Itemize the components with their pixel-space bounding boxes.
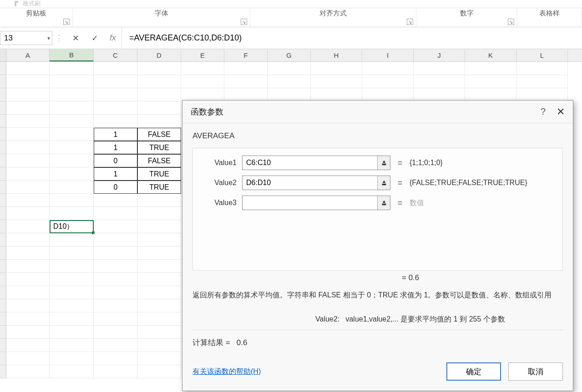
cell[interactable] <box>94 194 137 207</box>
cell[interactable] <box>6 181 50 194</box>
cell[interactable] <box>6 115 50 128</box>
help-button[interactable]: ? <box>541 106 546 117</box>
cell[interactable] <box>224 62 268 75</box>
cell[interactable] <box>137 312 181 326</box>
cell[interactable] <box>137 88 181 101</box>
row-header[interactable] <box>0 154 6 167</box>
dialog-launcher-icon[interactable] <box>508 19 514 25</box>
row-header[interactable] <box>0 365 6 378</box>
cell[interactable] <box>50 339 94 352</box>
cell[interactable] <box>6 75 50 88</box>
cell[interactable] <box>6 88 50 101</box>
cell[interactable] <box>414 75 465 88</box>
cell[interactable] <box>6 246 50 260</box>
cell[interactable] <box>50 62 94 75</box>
cell[interactable] <box>94 352 137 365</box>
row-header[interactable] <box>0 273 6 286</box>
cell[interactable] <box>94 75 137 88</box>
row-header[interactable] <box>0 194 6 207</box>
row-header[interactable] <box>0 167 6 181</box>
cell[interactable] <box>137 101 181 115</box>
cell[interactable] <box>6 233 50 246</box>
cell[interactable]: FALSE <box>137 154 181 167</box>
cell[interactable] <box>50 312 94 326</box>
cell[interactable] <box>50 88 94 101</box>
cell[interactable] <box>50 194 94 207</box>
col-header[interactable]: K <box>465 49 516 61</box>
cell[interactable] <box>137 75 181 88</box>
cell[interactable] <box>50 233 94 246</box>
cell[interactable] <box>362 75 414 88</box>
cell[interactable] <box>6 154 50 167</box>
cell[interactable]: TRUE <box>137 141 181 154</box>
cell[interactable] <box>137 339 181 352</box>
collapse-dialog-button[interactable] <box>377 176 390 190</box>
cell[interactable]: 0 <box>94 181 137 194</box>
cell[interactable] <box>50 352 94 365</box>
cell[interactable] <box>94 286 137 299</box>
cell[interactable] <box>465 88 516 101</box>
cell[interactable] <box>6 339 50 352</box>
cell[interactable] <box>6 194 50 207</box>
cell[interactable] <box>50 273 94 286</box>
cell[interactable] <box>94 62 137 75</box>
dialog-launcher-icon[interactable] <box>407 19 413 25</box>
select-all-corner[interactable] <box>0 49 6 61</box>
cell[interactable] <box>414 62 465 75</box>
dialog-titlebar[interactable]: 函数参数 ? ✕ <box>182 101 573 123</box>
collapse-dialog-button[interactable] <box>377 196 390 210</box>
cell[interactable] <box>137 207 181 220</box>
col-header[interactable]: L <box>516 49 568 61</box>
cell[interactable]: TRUE <box>137 167 181 181</box>
row-header[interactable] <box>0 75 6 88</box>
cell[interactable] <box>50 141 94 154</box>
row-header[interactable] <box>0 326 6 339</box>
cell[interactable] <box>94 365 137 378</box>
cell[interactable] <box>50 75 94 88</box>
cell[interactable] <box>137 220 181 233</box>
formula-input[interactable]: =AVERAGEA(C6:C10,D6:D10) <box>121 27 582 49</box>
cell[interactable] <box>268 75 311 88</box>
cell[interactable] <box>137 246 181 260</box>
cell[interactable] <box>6 273 50 286</box>
cell[interactable] <box>516 88 568 101</box>
cell[interactable] <box>50 260 94 273</box>
row-header[interactable] <box>0 115 6 128</box>
cell[interactable] <box>137 62 181 75</box>
row-header[interactable] <box>0 220 6 233</box>
cell[interactable] <box>50 115 94 128</box>
cancel-button[interactable]: 取消 <box>508 362 563 381</box>
cell[interactable] <box>224 75 268 88</box>
cell[interactable] <box>50 128 94 141</box>
row-header[interactable] <box>0 286 6 299</box>
col-header[interactable]: C <box>94 49 137 61</box>
enter-formula-button[interactable]: ✓ <box>85 27 104 49</box>
cell[interactable] <box>516 62 568 75</box>
col-header[interactable]: E <box>181 49 224 61</box>
cell[interactable] <box>137 233 181 246</box>
cell[interactable] <box>6 326 50 339</box>
param-input-value1[interactable] <box>243 156 377 170</box>
row-header[interactable] <box>0 299 6 312</box>
cell[interactable] <box>137 326 181 339</box>
cell[interactable] <box>50 207 94 220</box>
cell[interactable] <box>181 88 224 101</box>
col-header[interactable]: A <box>6 49 50 61</box>
cell[interactable]: TRUE <box>137 181 181 194</box>
cell[interactable] <box>465 62 516 75</box>
cell[interactable] <box>94 101 137 115</box>
cell[interactable] <box>50 101 94 115</box>
cell[interactable] <box>6 128 50 141</box>
cell[interactable] <box>94 88 137 101</box>
cell[interactable] <box>137 260 181 273</box>
cell[interactable] <box>137 115 181 128</box>
cell[interactable] <box>94 273 137 286</box>
function-help-link[interactable]: 有关该函数的帮助(H) <box>192 367 261 377</box>
cell[interactable] <box>50 326 94 339</box>
cell[interactable] <box>362 88 414 101</box>
cell[interactable] <box>465 75 516 88</box>
format-brush-button[interactable]: 格式刷 <box>14 0 40 8</box>
cell[interactable] <box>268 62 311 75</box>
cell[interactable]: FALSE <box>137 128 181 141</box>
row-header[interactable] <box>0 312 6 326</box>
